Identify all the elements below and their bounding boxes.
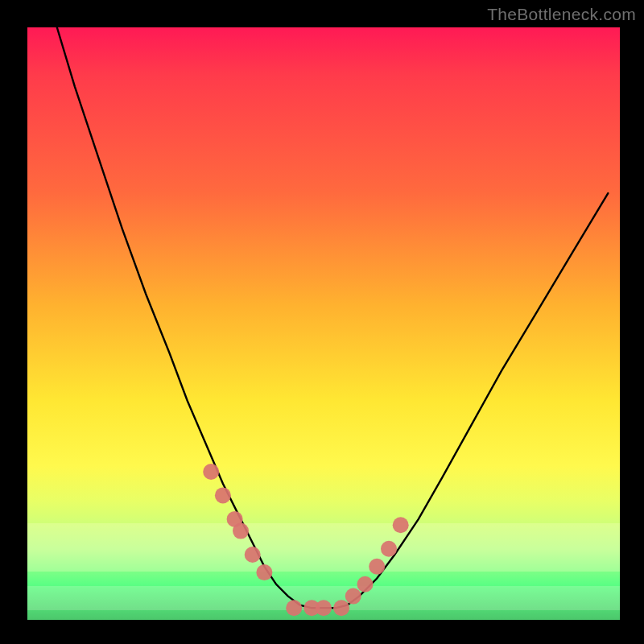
- highlight-point: [233, 523, 249, 539]
- highlight-point: [286, 600, 302, 616]
- highlight-point: [245, 547, 261, 563]
- highlight-point: [369, 559, 385, 575]
- highlight-point: [345, 588, 361, 605]
- chart-svg: [27, 27, 620, 620]
- highlight-point: [357, 576, 374, 592]
- bottleneck-curve: [57, 27, 609, 608]
- highlight-point: [203, 464, 219, 480]
- watermark-text: TheBottleneck.com: [487, 5, 636, 24]
- highlight-point: [215, 487, 231, 503]
- highlight-point: [381, 541, 397, 557]
- chart-plot-area: [27, 27, 620, 620]
- highlight-point: [333, 600, 349, 616]
- highlight-point: [256, 564, 272, 580]
- highlight-point: [316, 600, 332, 616]
- highlight-points: [203, 464, 409, 616]
- highlight-point: [393, 517, 409, 533]
- chart-outer-frame: TheBottleneck.com: [0, 0, 644, 644]
